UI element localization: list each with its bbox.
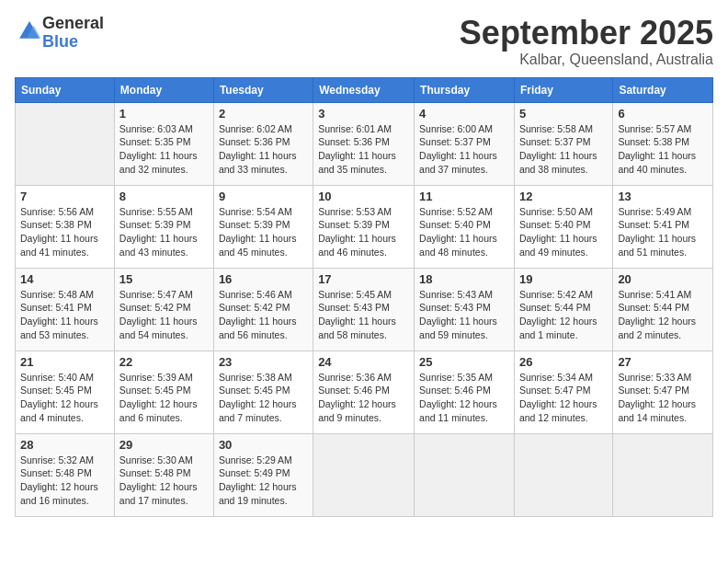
day-number: 28 [20,438,109,452]
calendar-cell: 23Sunrise: 5:38 AM Sunset: 5:45 PM Dayli… [213,350,313,433]
calendar-cell: 14Sunrise: 5:48 AM Sunset: 5:41 PM Dayli… [16,268,115,350]
calendar-cell: 27Sunrise: 5:33 AM Sunset: 5:47 PM Dayli… [613,350,713,433]
day-number: 20 [618,272,708,286]
day-info: Sunrise: 5:36 AM Sunset: 5:46 PM Dayligh… [318,371,409,425]
day-info: Sunrise: 5:34 AM Sunset: 5:47 PM Dayligh… [519,371,608,425]
day-number: 16 [219,272,308,286]
logo-text: General Blue [42,15,104,52]
day-number: 29 [119,438,209,452]
day-info: Sunrise: 5:29 AM Sunset: 5:49 PM Dayligh… [219,454,308,508]
calendar-cell: 1Sunrise: 6:03 AM Sunset: 5:35 PM Daylig… [114,102,213,185]
day-number: 9 [219,190,308,203]
calendar-cell: 20Sunrise: 5:41 AM Sunset: 5:44 PM Dayli… [613,268,713,350]
title-area: September 2025 Kalbar, Queensland, Austr… [460,15,713,68]
calendar-cell: 6Sunrise: 5:57 AM Sunset: 5:38 PM Daylig… [613,102,713,185]
calendar-table: SundayMondayTuesdayWednesdayThursdayFrid… [15,77,713,517]
day-number: 15 [119,272,209,286]
day-number: 27 [618,355,708,369]
day-info: Sunrise: 6:01 AM Sunset: 5:36 PM Dayligh… [318,122,409,177]
calendar-cell [415,433,515,516]
weekday-header-row: SundayMondayTuesdayWednesdayThursdayFrid… [16,77,713,102]
calendar-cell: 13Sunrise: 5:49 AM Sunset: 5:41 PM Dayli… [613,185,713,268]
day-info: Sunrise: 5:57 AM Sunset: 5:38 PM Dayligh… [618,122,708,177]
day-number: 10 [318,190,409,203]
logo-general: General [42,14,104,32]
calendar-cell: 10Sunrise: 5:53 AM Sunset: 5:39 PM Dayli… [313,185,415,268]
location-title: Kalbar, Queensland, Australia [460,52,713,68]
day-info: Sunrise: 5:39 AM Sunset: 5:45 PM Dayligh… [119,371,209,425]
header: General Blue September 2025 Kalbar, Quee… [15,15,713,68]
calendar-cell [613,433,713,516]
day-info: Sunrise: 5:40 AM Sunset: 5:45 PM Dayligh… [20,371,109,425]
logo-icon [17,18,42,44]
day-number: 12 [519,190,608,203]
calendar-week-row: 7Sunrise: 5:56 AM Sunset: 5:38 PM Daylig… [16,185,713,268]
day-info: Sunrise: 5:38 AM Sunset: 5:45 PM Dayligh… [219,371,308,425]
weekday-header-monday: Monday [114,77,213,102]
day-info: Sunrise: 5:43 AM Sunset: 5:43 PM Dayligh… [419,288,509,342]
day-number: 3 [318,107,409,121]
weekday-header-wednesday: Wednesday [313,77,415,102]
day-info: Sunrise: 5:33 AM Sunset: 5:47 PM Dayligh… [618,371,708,425]
day-number: 17 [318,272,409,286]
calendar-cell: 3Sunrise: 6:01 AM Sunset: 5:36 PM Daylig… [313,102,415,185]
calendar-cell: 28Sunrise: 5:32 AM Sunset: 5:48 PM Dayli… [16,433,115,516]
day-info: Sunrise: 5:42 AM Sunset: 5:44 PM Dayligh… [519,288,608,342]
day-number: 4 [419,107,509,121]
calendar-cell: 17Sunrise: 5:45 AM Sunset: 5:43 PM Dayli… [313,268,415,350]
day-info: Sunrise: 6:02 AM Sunset: 5:36 PM Dayligh… [219,122,308,177]
day-info: Sunrise: 5:53 AM Sunset: 5:39 PM Dayligh… [318,205,409,259]
calendar-cell: 12Sunrise: 5:50 AM Sunset: 5:40 PM Dayli… [514,185,612,268]
weekday-header-thursday: Thursday [415,77,515,102]
day-info: Sunrise: 5:55 AM Sunset: 5:39 PM Dayligh… [119,205,209,259]
calendar-cell: 24Sunrise: 5:36 AM Sunset: 5:46 PM Dayli… [313,350,415,433]
calendar-cell: 25Sunrise: 5:35 AM Sunset: 5:46 PM Dayli… [415,350,515,433]
calendar-week-row: 1Sunrise: 6:03 AM Sunset: 5:35 PM Daylig… [16,102,713,185]
calendar-cell [313,433,415,516]
day-number: 6 [618,107,708,121]
day-info: Sunrise: 5:54 AM Sunset: 5:39 PM Dayligh… [219,205,308,259]
day-info: Sunrise: 5:41 AM Sunset: 5:44 PM Dayligh… [618,288,708,342]
calendar-week-row: 28Sunrise: 5:32 AM Sunset: 5:48 PM Dayli… [16,433,713,516]
calendar-cell: 26Sunrise: 5:34 AM Sunset: 5:47 PM Dayli… [514,350,612,433]
day-number: 5 [519,107,608,121]
calendar-cell [514,433,612,516]
calendar-cell: 18Sunrise: 5:43 AM Sunset: 5:43 PM Dayli… [415,268,515,350]
calendar-cell: 16Sunrise: 5:46 AM Sunset: 5:42 PM Dayli… [213,268,313,350]
month-title: September 2025 [460,15,713,52]
calendar-cell [16,102,115,185]
day-info: Sunrise: 5:50 AM Sunset: 5:40 PM Dayligh… [519,205,608,259]
weekday-header-saturday: Saturday [613,77,713,102]
day-info: Sunrise: 6:00 AM Sunset: 5:37 PM Dayligh… [419,122,509,177]
calendar-cell: 7Sunrise: 5:56 AM Sunset: 5:38 PM Daylig… [16,185,115,268]
calendar-week-row: 21Sunrise: 5:40 AM Sunset: 5:45 PM Dayli… [16,350,713,433]
day-number: 26 [519,355,608,369]
day-number: 8 [119,190,209,203]
day-number: 24 [318,355,409,369]
day-number: 14 [20,272,109,286]
day-number: 13 [618,190,708,203]
day-number: 23 [219,355,308,369]
calendar-cell: 2Sunrise: 6:02 AM Sunset: 5:36 PM Daylig… [213,102,313,185]
day-number: 11 [419,190,509,203]
logo: General Blue [15,15,104,52]
day-info: Sunrise: 5:45 AM Sunset: 5:43 PM Dayligh… [318,288,409,342]
day-info: Sunrise: 5:58 AM Sunset: 5:37 PM Dayligh… [519,122,608,177]
day-number: 21 [20,355,109,369]
day-info: Sunrise: 5:46 AM Sunset: 5:42 PM Dayligh… [219,288,308,342]
calendar-cell: 22Sunrise: 5:39 AM Sunset: 5:45 PM Dayli… [114,350,213,433]
day-number: 18 [419,272,509,286]
calendar-cell: 30Sunrise: 5:29 AM Sunset: 5:49 PM Dayli… [213,433,313,516]
day-number: 22 [119,355,209,369]
calendar-cell: 4Sunrise: 6:00 AM Sunset: 5:37 PM Daylig… [415,102,515,185]
day-info: Sunrise: 5:52 AM Sunset: 5:40 PM Dayligh… [419,205,509,259]
weekday-header-tuesday: Tuesday [213,77,313,102]
day-number: 19 [519,272,608,286]
weekday-header-sunday: Sunday [16,77,115,102]
calendar-cell: 8Sunrise: 5:55 AM Sunset: 5:39 PM Daylig… [114,185,213,268]
calendar-cell: 19Sunrise: 5:42 AM Sunset: 5:44 PM Dayli… [514,268,612,350]
day-number: 30 [219,438,308,452]
day-info: Sunrise: 5:49 AM Sunset: 5:41 PM Dayligh… [618,205,708,259]
day-info: Sunrise: 6:03 AM Sunset: 5:35 PM Dayligh… [119,122,209,177]
calendar-cell: 9Sunrise: 5:54 AM Sunset: 5:39 PM Daylig… [213,185,313,268]
